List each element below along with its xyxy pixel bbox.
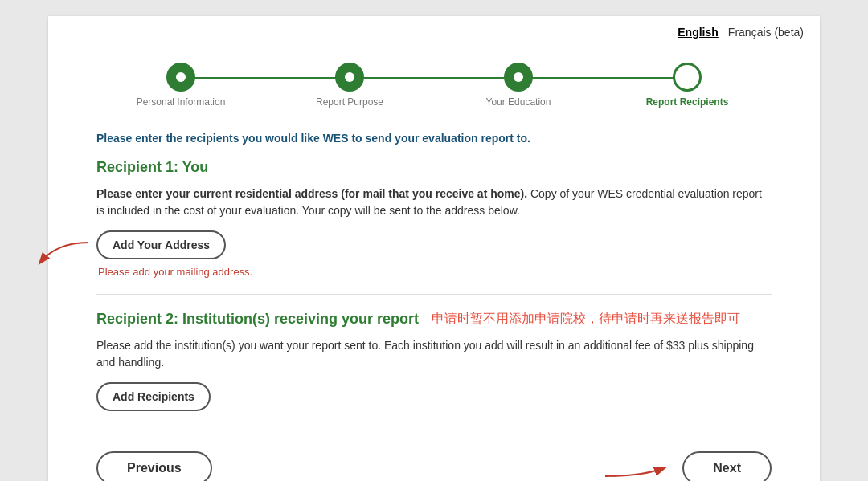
- step-label-3: Your Education: [486, 96, 551, 108]
- step-report-recipients: Report Recipients: [603, 63, 772, 108]
- main-content: Please enter the recipients you would li…: [48, 116, 820, 435]
- step-circle-3: [504, 63, 533, 92]
- next-btn-wrapper: Next: [682, 451, 772, 481]
- english-lang-btn[interactable]: English: [678, 26, 719, 39]
- recipient2-desc: Please add the institution(s) you want y…: [96, 337, 772, 371]
- recipient1-title: Recipient 1: You: [96, 159, 772, 176]
- recipient2-header: Recipient 2: Institution(s) receiving yo…: [96, 311, 772, 328]
- section-divider: [96, 294, 772, 295]
- section-intro: Please enter the recipients you would li…: [96, 132, 772, 145]
- step-circle-2: [335, 63, 364, 92]
- previous-button[interactable]: Previous: [96, 451, 212, 481]
- step-circle-4: [673, 63, 702, 92]
- arrow-to-next-icon: [601, 452, 674, 481]
- recipient1-desc: Please enter your current residential ad…: [96, 185, 772, 219]
- recipient1-desc-bold: Please enter your current residential ad…: [96, 187, 527, 200]
- recipient2-title: Recipient 2: Institution(s) receiving yo…: [96, 311, 419, 328]
- language-bar: English Français (beta): [48, 16, 820, 48]
- step-label-4: Report Recipients: [646, 96, 729, 108]
- address-error-message: Please add your mailing address.: [98, 266, 772, 278]
- step-report-purpose: Report Purpose: [265, 63, 434, 108]
- nav-buttons: Previous Next: [48, 435, 820, 481]
- step-label-2: Report Purpose: [316, 96, 383, 108]
- step-circle-1: [166, 63, 195, 92]
- french-lang-btn[interactable]: Français (beta): [728, 26, 804, 39]
- step-label-1: Personal Information: [137, 96, 226, 108]
- arrow-to-address-icon: [32, 238, 96, 271]
- next-button[interactable]: Next: [682, 451, 772, 481]
- add-address-button[interactable]: Add Your Address: [96, 230, 226, 259]
- add-recipients-button[interactable]: Add Recipients: [96, 382, 211, 411]
- step-personal-information: Personal Information: [96, 63, 265, 108]
- stepper: Personal Information Report Purpose Your…: [48, 48, 820, 116]
- add-address-wrapper: Add Your Address: [96, 230, 226, 259]
- step-your-education: Your Education: [434, 63, 603, 108]
- recipient2-note: 申请时暂不用添加申请院校，待申请时再来送报告即可: [432, 311, 740, 328]
